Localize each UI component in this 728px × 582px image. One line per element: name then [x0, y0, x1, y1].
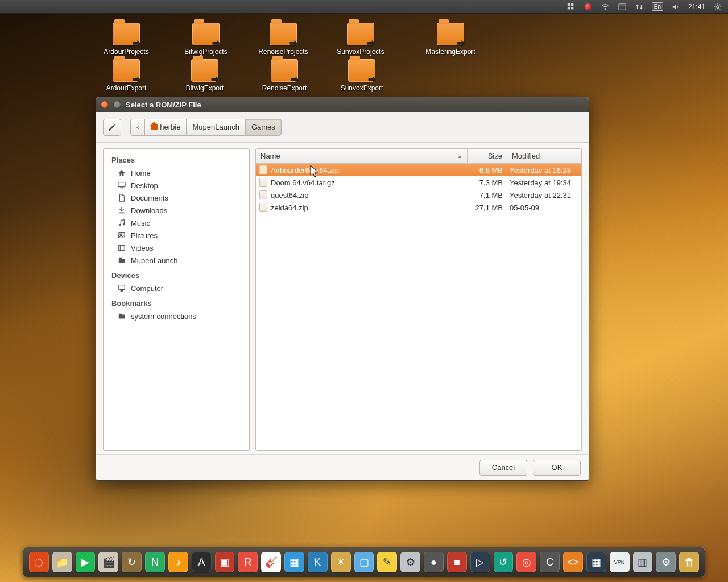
minimize-icon[interactable] [113, 101, 121, 109]
column-modified[interactable]: Modified [507, 149, 581, 163]
sidebar-item-computer[interactable]: Computer [104, 282, 249, 294]
svg-rect-9 [120, 188, 123, 189]
dock-kdenlive[interactable]: K [308, 552, 328, 572]
volume-icon[interactable] [671, 2, 680, 11]
dock-carla[interactable]: C [540, 552, 560, 572]
sidebar-item-music[interactable]: Music [104, 217, 249, 229]
desktop-folder-ardourexport[interactable]: ArdourExport [92, 59, 160, 92]
desktop-icon [117, 181, 126, 190]
edit-path-button[interactable] [103, 119, 121, 136]
sidebar-item-sysconn[interactable]: system-connections [104, 310, 249, 322]
dock-patchage[interactable]: ▦ [284, 552, 304, 572]
dock-vbox[interactable]: ▦ [586, 552, 606, 572]
breadcrumb-home[interactable]: herbie [144, 119, 187, 136]
file-row[interactable]: quest64.zip7,1 MBYesterday at 22:31 [256, 189, 581, 201]
desktop-folder-ardourprojects[interactable]: ArdourProjects [92, 23, 160, 56]
dock-brasero[interactable]: ● [424, 552, 444, 572]
dock-files[interactable]: 📁 [52, 552, 72, 572]
grid-icon[interactable] [566, 2, 576, 11]
dock-trash[interactable]: 🗑 [679, 552, 699, 572]
folder-icon [113, 59, 140, 82]
dock-n64[interactable]: N [145, 552, 165, 572]
dock-settings[interactable]: ⚙ [656, 552, 676, 572]
svg-rect-19 [119, 285, 125, 290]
language-indicator[interactable]: En [652, 2, 663, 11]
dock-renoise[interactable]: R [238, 552, 258, 572]
dock-code[interactable]: <> [563, 552, 583, 572]
calendar-icon[interactable] [618, 2, 627, 11]
cancel-button[interactable]: Cancel [479, 460, 527, 476]
wifi-icon[interactable] [601, 2, 610, 11]
sidebar-item-videos[interactable]: Videos [104, 242, 249, 254]
gear-icon[interactable] [713, 2, 722, 11]
desktop-folder-bitwigexport[interactable]: BitwigExport [171, 59, 239, 92]
svg-rect-1 [571, 3, 573, 5]
network-icon[interactable] [635, 2, 644, 11]
sidebar-item-pictures[interactable]: Pictures [104, 229, 249, 242]
dock-shotwell[interactable]: ▷ [470, 552, 490, 572]
dock-box1[interactable]: ▢ [354, 552, 374, 572]
sidebar-item-label: Music [131, 219, 150, 227]
dock-music[interactable]: ♪ [168, 552, 188, 572]
svg-rect-0 [568, 3, 570, 5]
desktop-folder-sunvoxprojects[interactable]: SunvoxProjects [326, 23, 395, 56]
sidebar-item-desktop[interactable]: Desktop [104, 179, 249, 192]
file-row[interactable]: Doom 64.v64.tar.gz7,3 MBYesterday at 19:… [256, 176, 581, 189]
file-row[interactable]: Airboarder64.z64.zip6,8 MBYesterday at 1… [256, 164, 581, 176]
file-modified: Yesterday at 19:34 [507, 178, 581, 187]
file-modified: Yesterday at 16:28 [507, 166, 581, 174]
close-icon[interactable] [101, 101, 109, 109]
desktop-folder-renoiseprojects[interactable]: RenoiseProjects [249, 23, 317, 56]
desktop-folder-renoiseexport[interactable]: RenoiseExport [250, 59, 318, 92]
clock[interactable]: 21:41 [688, 3, 705, 11]
dock-screencast[interactable]: ■ [447, 552, 467, 572]
folder-icon [348, 59, 375, 82]
dock-gears[interactable]: ⚙ [400, 552, 420, 572]
dock-vpn[interactable]: VPN [610, 552, 630, 572]
file-row[interactable]: zelda64.zip27,1 MB05-05-09 [256, 201, 581, 214]
breadcrumb-back[interactable]: ‹ [130, 119, 145, 136]
dock-target[interactable]: ◎ [516, 552, 536, 572]
sidebar-item-home[interactable]: Home [104, 167, 249, 179]
dock-ubuntu[interactable]: ◌ [29, 552, 49, 572]
ok-button[interactable]: OK [533, 460, 581, 476]
record-icon[interactable] [584, 2, 593, 11]
dock-monitor[interactable]: ▥ [633, 552, 653, 572]
sidebar-item-downloads[interactable]: Downloads [104, 204, 249, 217]
sidebar-item-label: Downloads [131, 206, 167, 215]
sysconn-icon [117, 311, 126, 321]
titlebar[interactable]: Select a ROM/ZIP File [96, 97, 589, 112]
places-header: Places [104, 153, 249, 167]
dock-video[interactable]: 🎬 [98, 552, 118, 572]
dock-jockey[interactable]: ↺ [494, 552, 514, 572]
desktop-folder-masteringexport[interactable]: MasteringExport [416, 23, 485, 56]
dock-spotify[interactable]: ▶ [76, 552, 96, 572]
svg-rect-20 [121, 290, 123, 292]
column-size[interactable]: Size [468, 149, 507, 163]
dock-notes[interactable]: ✎ [377, 552, 397, 572]
svg-point-12 [123, 223, 125, 226]
dock-updates[interactable]: ↻ [122, 552, 142, 572]
desktop-icon-label: ArdourProjects [92, 48, 160, 56]
breadcrumb-mupen[interactable]: MupenLaunch [186, 119, 245, 136]
desktop-folder-sunvoxexport[interactable]: SunvoxExport [328, 59, 396, 92]
sidebar-item-documents[interactable]: Documents [104, 192, 249, 204]
dock-guitar[interactable]: 🎸 [261, 552, 281, 572]
svg-point-4 [605, 8, 606, 9]
column-name[interactable]: Name▲ [256, 149, 468, 163]
svg-rect-16 [119, 246, 125, 251]
bookmarks-header: Bookmarks [104, 297, 249, 310]
dock-sunvox[interactable]: ☀ [331, 552, 351, 572]
home-icon [117, 168, 126, 177]
file-size: 6,8 MB [468, 166, 507, 174]
dock-ardour[interactable]: A [192, 552, 212, 572]
downloads-icon [117, 206, 126, 215]
dock-mixxx[interactable]: ▣ [215, 552, 235, 572]
desktop-icon-label: SunvoxProjects [326, 48, 395, 56]
dock: ◌📁▶🎬↻N♪A▣R🎸▦K☀▢✎⚙●■▷↺◎C<>▦VPN▥⚙🗑 [23, 547, 705, 577]
breadcrumb-games[interactable]: Games [245, 119, 282, 136]
desktop-folder-bitwigprojects[interactable]: BitwigProjects [172, 23, 240, 56]
sidebar-item-mupen[interactable]: MupenLaunch [104, 254, 249, 267]
dialog-footer: Cancel OK [96, 454, 589, 480]
svg-rect-5 [619, 3, 626, 10]
